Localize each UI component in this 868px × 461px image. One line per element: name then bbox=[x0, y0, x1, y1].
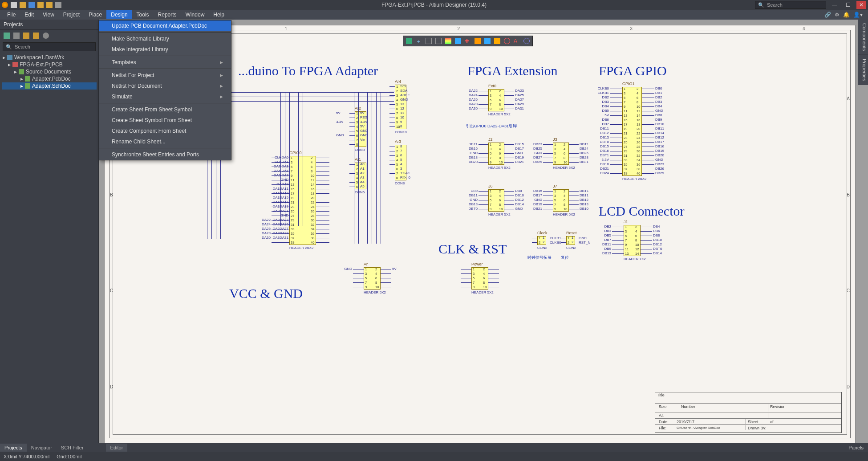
note-rst: 复位 bbox=[561, 255, 569, 261]
folder-open-icon[interactable] bbox=[33, 33, 39, 39]
new-icon[interactable] bbox=[11, 2, 17, 8]
menu-project[interactable]: Project bbox=[59, 10, 84, 19]
menu-item[interactable]: Make Integrated Library bbox=[99, 44, 231, 55]
component-ar[interactable]: ArHEADER 5X212GND5V345678910 bbox=[353, 264, 391, 292]
menu-item[interactable]: Netlist For Document▶ bbox=[99, 81, 231, 91]
search-icon: 🔍 bbox=[6, 44, 12, 50]
tb-title-lbl: Title bbox=[657, 393, 665, 403]
component-gpio1[interactable]: GPIO1HEADER 20X212CLKB0DB034CLKB1DB156DB… bbox=[610, 83, 654, 179]
cross-icon[interactable]: ✚ bbox=[465, 38, 471, 44]
minimize-button[interactable]: — bbox=[830, 1, 840, 9]
menu-item[interactable]: Simulate▶ bbox=[99, 91, 231, 102]
menu-design[interactable]: Design bbox=[106, 10, 132, 19]
global-search[interactable]: 🔍 Search bbox=[755, 1, 826, 9]
project-icon[interactable] bbox=[4, 33, 10, 39]
layer-icon[interactable] bbox=[445, 38, 451, 44]
tree-node[interactable]: ▸Source Documents bbox=[2, 68, 97, 75]
tab-editor[interactable]: Editor bbox=[106, 444, 128, 452]
rect-icon[interactable] bbox=[426, 38, 432, 44]
menu-file[interactable]: File bbox=[3, 10, 20, 19]
component-j7[interactable]: J7HEADER 5X212DB15DBT134DB17DB1156GNDDB1… bbox=[543, 186, 579, 214]
text-icon[interactable]: A bbox=[514, 38, 520, 44]
note-clk: 时钟信号拓展 bbox=[527, 255, 552, 261]
close-button[interactable]: ✕ bbox=[856, 1, 866, 9]
component-ar4[interactable]: Ar4CON101SCL2SDA3AREF4GND513612711810991… bbox=[389, 81, 407, 132]
menu-tools[interactable]: Tools bbox=[132, 10, 154, 19]
distribute-icon[interactable] bbox=[475, 38, 481, 44]
projects-panel: Projects 🔍 Search ▸Workspace1.DsnWrk▸FPG… bbox=[0, 20, 99, 443]
menu-view[interactable]: View bbox=[38, 10, 59, 19]
menu-item[interactable]: Make Schematic Library bbox=[99, 33, 231, 44]
tb-number-lbl: Number bbox=[679, 404, 768, 412]
menu-reports[interactable]: Reports bbox=[154, 10, 181, 19]
folder-icon[interactable] bbox=[23, 33, 29, 39]
document-icon[interactable] bbox=[13, 33, 20, 39]
component-power[interactable]: PowerHEADER 5X212345678910 bbox=[461, 264, 499, 292]
menu-item[interactable]: Synchronize Sheet Entries and Ports bbox=[99, 149, 231, 160]
highlight-icon[interactable] bbox=[494, 38, 500, 44]
projects-toolbar bbox=[0, 30, 98, 41]
tab-navigator[interactable]: Navigator bbox=[27, 444, 57, 452]
zone-3: 3 bbox=[630, 26, 633, 31]
menu-item[interactable]: Netlist For Project▶ bbox=[99, 70, 231, 81]
tree-node[interactable]: ▸FPGA-Ext.PrjPCB bbox=[2, 61, 97, 68]
projects-search[interactable]: 🔍 Search bbox=[3, 42, 96, 51]
menu-item[interactable]: Create Component From Sheet bbox=[99, 126, 231, 136]
arc-icon[interactable] bbox=[523, 38, 530, 44]
tb-size: A4 bbox=[657, 413, 679, 418]
tb-sheet-lbl: Sheet bbox=[746, 419, 768, 424]
align-icon[interactable] bbox=[455, 38, 461, 44]
filter-icon[interactable] bbox=[406, 38, 412, 44]
menu-item[interactable]: Rename Child Sheet... bbox=[99, 136, 231, 147]
snap-icon[interactable] bbox=[435, 38, 442, 44]
menu-help[interactable]: Help bbox=[209, 10, 229, 19]
tree-node[interactable]: ▸Workspace1.DsnWrk bbox=[2, 54, 97, 61]
tree-node[interactable]: ▸Adapter.PcbDoc bbox=[2, 75, 97, 82]
component-reset[interactable]: ResetCON21122GNDRST_N bbox=[561, 233, 583, 248]
menu-item[interactable]: Templates▶ bbox=[99, 57, 231, 68]
settings-icon[interactable] bbox=[43, 33, 49, 39]
title-block: Title Size Number Revision A4 Date: 2019… bbox=[655, 392, 842, 433]
component-j2[interactable]: J2HEADER 5X212DBT1DB1534DB16DB1756GNDGND… bbox=[479, 139, 514, 167]
share-icon[interactable]: 🔗 bbox=[824, 12, 831, 18]
component-j1[interactable]: J1HEADER 7X212DB2DB434DB3DB656DB5DB878DB… bbox=[612, 221, 652, 259]
save-icon[interactable] bbox=[28, 2, 35, 8]
tree-node[interactable]: ▸Adapter.SchDoc bbox=[2, 82, 97, 90]
grid-icon[interactable] bbox=[484, 38, 491, 44]
right-panel-tabs: Components Properties bbox=[858, 20, 868, 85]
zone-b-l: B bbox=[110, 192, 113, 197]
menu-window[interactable]: Window bbox=[181, 10, 209, 19]
window-title: FPGA-Ext.PrjPCB - Altium Designer (19.0.… bbox=[381, 2, 487, 8]
print-icon[interactable] bbox=[55, 2, 61, 8]
gear-icon[interactable]: ⚙ bbox=[835, 12, 840, 18]
zone-d-r: D bbox=[847, 384, 850, 389]
projects-panel-title: Projects bbox=[0, 20, 98, 30]
component-ext0[interactable]: Ext0HEADER 5X212DA22DA2334DA24DA2556DA26… bbox=[479, 86, 514, 114]
tab-sch-filter[interactable]: SCH Filter bbox=[57, 444, 88, 452]
title-vcc-gnd: VCC & GND bbox=[229, 286, 303, 301]
component-clock[interactable]: ClockCON21122CLKB1CLKB0 bbox=[532, 233, 554, 248]
save-all-icon[interactable] bbox=[46, 2, 53, 8]
menu-item[interactable]: Create Sheet Symbol From Sheet bbox=[99, 115, 231, 126]
component-ar3[interactable]: Ar3CON81827364554637TX->18RX<-0 bbox=[389, 141, 407, 183]
panels-button[interactable]: Panels bbox=[844, 444, 868, 452]
bottom-tabs: Projects Navigator SCH Filter Editor Pan… bbox=[0, 443, 868, 452]
open-project-icon[interactable] bbox=[37, 2, 44, 8]
tab-components[interactable]: Components bbox=[858, 20, 868, 54]
component-j6[interactable]: J6HEADER 5X212DB9DB834DB11DB1056GNDDB127… bbox=[479, 186, 514, 214]
open-icon[interactable] bbox=[20, 2, 26, 8]
tab-projects[interactable]: Projects bbox=[0, 444, 27, 452]
menu-item[interactable]: Create Sheet From Sheet Symbol bbox=[99, 104, 231, 115]
component-j3[interactable]: J3HEADER 5X212DB23DBT134DB25DB2456GNDDB2… bbox=[543, 139, 579, 167]
tab-properties[interactable]: Properties bbox=[858, 55, 868, 85]
notification-icon[interactable]: 🔔 bbox=[843, 12, 850, 18]
maximize-button[interactable]: ☐ bbox=[843, 1, 853, 9]
title-fpga-gpio: FPGA GPIO bbox=[599, 63, 667, 78]
user-icon[interactable]: 👤▾ bbox=[853, 12, 863, 18]
menu-edit[interactable]: Edit bbox=[20, 10, 38, 19]
search-icon: 🔍 bbox=[758, 2, 764, 8]
plus-icon[interactable]: ＋ bbox=[416, 38, 422, 44]
menu-item[interactable]: Update PCB Document Adapter.PcbDoc bbox=[99, 20, 231, 31]
menu-place[interactable]: Place bbox=[84, 10, 106, 19]
circle-icon[interactable] bbox=[504, 38, 510, 44]
